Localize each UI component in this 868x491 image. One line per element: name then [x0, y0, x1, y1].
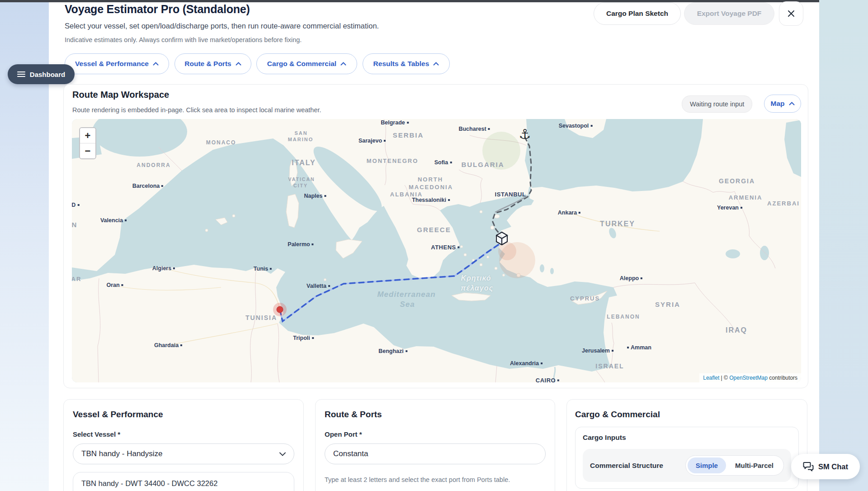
leaflet-link[interactable]: Leaflet: [703, 375, 719, 381]
route-ports-panel: Route & Ports Open Port * Type at least …: [315, 399, 555, 491]
close-icon: [787, 9, 796, 18]
zoom-in-button[interactable]: +: [80, 128, 95, 143]
toggle-route-ports[interactable]: Route & Ports: [175, 53, 251, 74]
chevron-up-icon: [153, 62, 159, 66]
map-card-subtitle: Route rendering is embedded in-page. Cli…: [72, 106, 321, 114]
commercial-structure-label: Commercial Structure: [590, 462, 663, 470]
vessel-select-value: TBN handy - Handysize: [81, 449, 163, 458]
chevron-up-icon: [236, 62, 241, 66]
export-voyage-pdf-button[interactable]: Export Voyage PDF: [684, 2, 774, 25]
structure-option-multi-parcel[interactable]: Multi-Parcel: [727, 458, 782, 473]
toggle-results-tables[interactable]: Results & Tables: [363, 53, 450, 74]
vessel-performance-panel: Vessel & Performance Select Vessel * TBN…: [63, 399, 304, 491]
page-title: Voyage Estimator Pro (Standalone): [65, 3, 250, 16]
dashboard-button[interactable]: Dashboard: [8, 64, 75, 84]
chevron-up-icon: [789, 102, 795, 105]
vessel-info-line1: TBN handy - DWT 34400 - DWCC 32262: [81, 478, 286, 489]
openstreetmap-link[interactable]: OpenStreetMap: [729, 375, 768, 381]
open-port-input[interactable]: [325, 443, 546, 464]
menu-icon: [17, 71, 25, 77]
toggle-label: Vessel & Performance: [75, 60, 149, 68]
page-disclaimer: Indicative estimates only. Always confir…: [65, 36, 302, 43]
chevron-up-icon: [433, 62, 439, 66]
page-subtitle: Select your vessel, set open/load/discha…: [65, 22, 379, 30]
zoom-out-button[interactable]: −: [80, 143, 95, 158]
route-status-badge: Waiting route input: [682, 95, 752, 113]
close-button[interactable]: [779, 1, 803, 26]
load-port-marker[interactable]: [273, 303, 287, 316]
toggle-vessel-performance[interactable]: Vessel & Performance: [65, 53, 169, 74]
chat-icon: [803, 462, 814, 472]
select-vessel-label: Select Vessel *: [73, 430, 294, 438]
toggle-label: Route & Ports: [184, 60, 231, 68]
open-port-helper: Type at least 2 letters and select the e…: [325, 476, 546, 483]
open-port-anchor-icon[interactable]: ⚓: [519, 126, 531, 142]
sm-chat-button[interactable]: SM Chat: [791, 454, 860, 479]
sm-chat-label: SM Chat: [818, 462, 848, 471]
cargo-commercial-panel: Cargo & Commercial Cargo Inputs Commerci…: [566, 399, 807, 491]
cargo-plan-sketch-button[interactable]: Cargo Plan Sketch: [594, 2, 681, 25]
attribution-separator: | ©: [721, 375, 728, 381]
map-zoom-control: + −: [79, 127, 96, 159]
map-toggle-label: Map: [771, 100, 785, 108]
commercial-structure-segmented: Simple Multi-Parcel: [685, 455, 784, 476]
toggle-label: Results & Tables: [373, 60, 429, 68]
attribution-suffix: contributors: [769, 375, 797, 381]
vessel-info-line2: Open Port (vessel): Samsun: [81, 489, 286, 491]
panel-title: Cargo & Commercial: [575, 410, 799, 419]
vessel-info-box: TBN handy - DWT 34400 - DWCC 32262 Open …: [73, 472, 294, 491]
route-map-canvas: ⚓: [72, 119, 801, 382]
dashboard-label: Dashboard: [30, 71, 65, 78]
right-background-band: [819, 0, 868, 491]
map-card-title: Route Map Workspace: [72, 90, 169, 100]
cargo-inputs-title: Cargo Inputs: [583, 434, 791, 442]
commercial-structure-row: Commercial Structure Simple Multi-Parcel: [583, 449, 791, 482]
chevron-up-icon: [340, 62, 346, 66]
route-map[interactable]: ⚓ MONACOSANMARINOANDORRAITALYVATICANCITY…: [72, 119, 801, 382]
structure-option-simple[interactable]: Simple: [688, 458, 726, 473]
cargo-inputs-card: Cargo Inputs Commercial Structure Simple…: [575, 427, 799, 489]
discharge-port-marker[interactable]: [495, 232, 508, 245]
panel-title: Route & Ports: [325, 410, 546, 419]
vessel-select[interactable]: TBN handy - Handysize: [73, 443, 294, 464]
open-port-label: Open Port *: [325, 430, 546, 438]
chevron-down-icon: [279, 452, 286, 456]
map-attribution: Leaflet | © OpenStreetMap contributors: [699, 373, 801, 382]
toggle-label: Cargo & Commercial: [267, 60, 336, 68]
toggle-cargo-commercial[interactable]: Cargo & Commercial: [256, 53, 357, 74]
map-toggle-button[interactable]: Map: [764, 95, 801, 113]
panel-title: Vessel & Performance: [73, 410, 294, 419]
